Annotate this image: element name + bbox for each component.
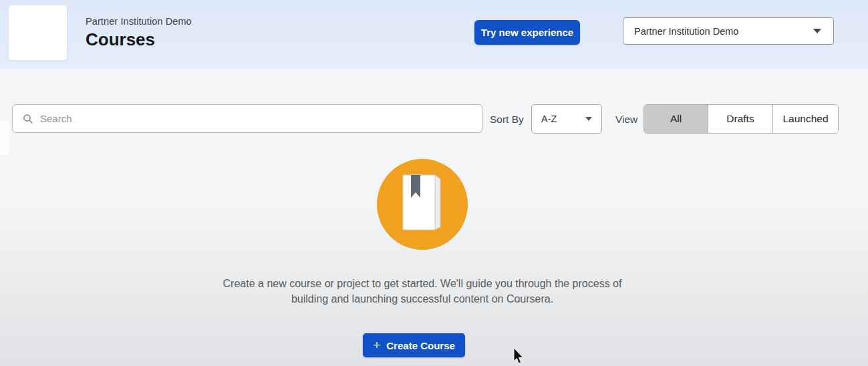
chevron-down-icon <box>585 117 592 121</box>
create-course-button-label: Create Course <box>386 340 455 351</box>
view-label: View <box>615 114 637 126</box>
institution-selector-value: Partner Institution Demo <box>634 26 738 37</box>
plus-icon: + <box>373 339 380 351</box>
sort-by-label: Sort By <box>490 114 524 126</box>
left-edge-notch <box>0 121 9 155</box>
search-icon <box>23 114 33 124</box>
page-title: Courses <box>86 29 155 50</box>
search-box[interactable] <box>12 104 482 133</box>
empty-state-description: Create a new course or project to get st… <box>0 276 845 307</box>
search-input[interactable] <box>40 105 482 132</box>
institution-logo <box>9 5 67 60</box>
view-option-drafts[interactable]: Drafts <box>708 105 772 133</box>
sort-by-dropdown[interactable]: A-Z <box>531 104 602 134</box>
empty-state-description-line2: building and launching successful conten… <box>0 291 845 307</box>
create-course-button[interactable]: + Create Course <box>363 333 465 357</box>
empty-state-illustration <box>377 159 468 250</box>
book-with-bookmark-icon <box>402 174 443 235</box>
courses-page: Partner Institution Demo Courses Try new… <box>0 0 868 366</box>
page-header: Partner Institution Demo Courses Try new… <box>0 0 868 69</box>
view-option-all[interactable]: All <box>644 105 708 133</box>
try-new-experience-button[interactable]: Try new experience <box>474 20 580 45</box>
sort-by-value: A-Z <box>541 114 557 124</box>
institution-selector-dropdown[interactable]: Partner Institution Demo <box>623 17 834 45</box>
empty-state-description-line1: Create a new course or project to get st… <box>0 276 845 291</box>
mouse-cursor <box>513 348 525 366</box>
view-option-launched[interactable]: Launched <box>772 105 838 133</box>
view-segmented-control: All Drafts Launched <box>643 104 839 134</box>
chevron-down-icon <box>813 29 821 33</box>
institution-name-label: Partner Institution Demo <box>86 16 192 27</box>
